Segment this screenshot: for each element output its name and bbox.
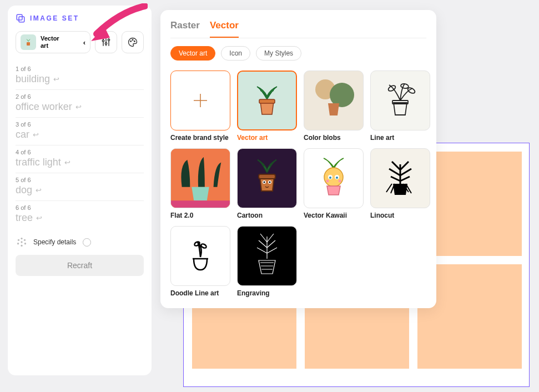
style-engraving[interactable]: Engraving <box>237 226 297 297</box>
prompt-item[interactable]: 2 of 6 office worker↩ <box>16 90 144 118</box>
style-label: Vector Kawaii <box>304 212 364 219</box>
svg-point-13 <box>24 239 26 241</box>
svg-point-39 <box>336 177 338 179</box>
specify-details-row[interactable]: Specify details <box>16 236 144 248</box>
pills-row: Vector art Icon My Styles <box>170 46 426 61</box>
linocut-icon <box>375 153 425 203</box>
style-label: Line art <box>370 134 430 142</box>
style-chip-thumb <box>21 34 36 50</box>
style-label: Flat 2.0 <box>170 212 230 219</box>
svg-point-9 <box>130 41 132 42</box>
enter-icon: ↩ <box>36 186 42 194</box>
prompt-counter: 1 of 6 <box>16 66 144 72</box>
prompt-item[interactable]: 6 of 6 tree↩ <box>16 201 144 228</box>
recraft-button[interactable]: Recraft <box>16 255 144 276</box>
image-set-title: IMAGE SET <box>30 14 79 22</box>
image-set-icon <box>16 13 26 23</box>
style-vector-kawaii[interactable]: Vector Kawaii <box>304 148 364 219</box>
specify-details-label: Specify details <box>33 238 76 246</box>
tab-vector[interactable]: Vector <box>210 18 239 38</box>
enter-icon: ↩ <box>33 130 39 139</box>
prompt-counter: 6 of 6 <box>16 204 144 211</box>
svg-rect-21 <box>259 99 275 103</box>
style-label: Engraving <box>237 289 297 297</box>
prompt-item[interactable]: 4 of 6 traffic light↩ <box>16 145 144 173</box>
style-popover: Raster Vector Vector art Icon My Styles … <box>160 10 436 308</box>
svg-point-41 <box>338 179 341 182</box>
sidebar-toolbar: Vector art ‹ <box>16 31 144 53</box>
sliders-button[interactable] <box>95 31 117 53</box>
tab-raster[interactable]: Raster <box>170 18 200 38</box>
pill-my-styles[interactable]: My Styles <box>256 46 301 61</box>
specify-details-toggle[interactable] <box>83 238 91 247</box>
svg-rect-1 <box>19 17 24 22</box>
prompt-item[interactable]: 5 of 6 dog↩ <box>16 173 144 201</box>
svg-point-38 <box>329 177 331 179</box>
palette-button[interactable] <box>122 31 144 53</box>
svg-point-18 <box>21 241 22 243</box>
prompt-item[interactable]: 1 of 6 building↩ <box>16 62 144 90</box>
prompt-value: building↩ <box>16 73 144 85</box>
enter-icon: ↩ <box>64 158 70 167</box>
svg-point-26 <box>407 87 416 94</box>
svg-point-11 <box>134 41 135 42</box>
style-color-blobs[interactable]: Color blobs <box>304 71 364 142</box>
style-create-brand[interactable]: Create brand style <box>170 71 230 142</box>
color-blobs-icon <box>309 76 359 125</box>
prompt-value: office worker↩ <box>16 101 144 113</box>
svg-rect-0 <box>17 14 22 20</box>
enter-icon: ↩ <box>53 75 59 83</box>
style-linocut[interactable]: Linocut <box>370 148 430 219</box>
style-label: Color blobs <box>304 134 364 142</box>
svg-point-33 <box>264 182 265 183</box>
prompt-value: traffic light↩ <box>16 157 144 168</box>
style-grid: Create brand style Vector art Color <box>170 71 426 297</box>
palette-icon <box>127 37 138 48</box>
style-label: Vector art <box>237 134 297 142</box>
plant-pot-icon <box>245 78 289 123</box>
svg-point-17 <box>18 239 19 241</box>
svg-point-8 <box>108 39 109 41</box>
chevron-left-icon: ‹ <box>83 38 85 47</box>
flat-icon <box>171 148 230 208</box>
sidebar: IMAGE SET Vector art ‹ <box>8 6 152 375</box>
svg-rect-30 <box>259 174 275 179</box>
svg-point-12 <box>21 238 22 239</box>
style-vector-art[interactable]: Vector art <box>237 71 297 142</box>
style-label: Linocut <box>370 212 430 219</box>
pill-vector-art[interactable]: Vector art <box>170 46 215 61</box>
svg-rect-29 <box>171 200 230 208</box>
style-label: Cartoon <box>237 212 297 219</box>
prompt-list: 1 of 6 building↩ 2 of 6 office worker↩ 3… <box>16 62 144 228</box>
style-doodle-line-art[interactable]: Doodle Line art <box>170 226 230 297</box>
svg-point-15 <box>21 245 22 247</box>
plant-icon <box>23 37 34 48</box>
prompt-counter: 2 of 6 <box>16 93 144 100</box>
enter-icon: ↩ <box>75 103 82 111</box>
prompt-item[interactable]: 3 of 6 car↩ <box>16 118 144 145</box>
prompt-value: car↩ <box>16 129 144 140</box>
cartoon-icon <box>242 153 292 203</box>
pill-icon[interactable]: Icon <box>221 46 250 61</box>
svg-point-25 <box>400 83 409 89</box>
line-art-icon <box>378 78 422 123</box>
prompt-counter: 5 of 6 <box>16 177 144 183</box>
style-line-art[interactable]: Line art <box>370 71 430 142</box>
sliders-icon <box>100 37 112 48</box>
style-label: Create brand style <box>170 134 230 142</box>
prompt-counter: 4 of 6 <box>16 149 144 155</box>
svg-point-6 <box>105 43 107 44</box>
svg-rect-2 <box>27 42 30 46</box>
doodle-icon <box>178 234 223 278</box>
tabs-row: Raster Vector <box>170 18 426 38</box>
svg-point-16 <box>17 243 19 244</box>
svg-point-34 <box>269 182 271 183</box>
loading-dots-icon <box>16 236 28 248</box>
style-chip[interactable]: Vector art ‹ <box>16 31 90 53</box>
image-set-header: IMAGE SET <box>16 13 144 23</box>
style-label: Doodle Line art <box>170 289 230 297</box>
svg-rect-27 <box>392 100 408 104</box>
style-flat-2[interactable]: Flat 2.0 <box>170 148 230 219</box>
style-cartoon[interactable]: Cartoon <box>237 148 297 219</box>
style-chip-text: Vector art <box>41 35 59 49</box>
